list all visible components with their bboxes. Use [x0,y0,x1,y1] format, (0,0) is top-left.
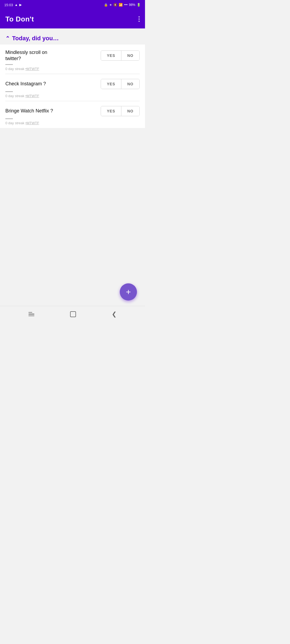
streak-bar [5,118,13,119]
yes-button[interactable]: YES [101,79,121,89]
mute-icon: 🔇 [113,3,117,7]
chevron-up-icon[interactable]: ⌃ [5,35,10,42]
app-bar: To Don't [0,10,145,28]
recents-button[interactable] [28,312,34,316]
app-title: To Don't [5,15,34,23]
more-dot-2 [139,19,140,20]
home-button[interactable] [70,311,76,317]
wifi-icon: 📶 [119,3,123,7]
task-name: Check Instagram ? [5,81,46,87]
streak-info: 0 day streak •MTWTF [5,94,39,98]
task-row: Check Instagram ? YES NO [5,79,140,89]
add-task-button[interactable]: + [120,283,137,301]
streak-schedule: •MTWTF [25,94,39,98]
status-bar: 15:03 ▲ ▶ 🔒 ∗ 🔇 📶 ••• 98% 🔋 [0,0,145,10]
status-bar-right: 🔒 ∗ 🔇 📶 ••• 98% 🔋 [104,3,141,7]
task-name: Mindlessly scroll on twitter? [5,49,59,62]
bluetooth-icon: ∗ [109,3,112,7]
lock-icon: 🔒 [104,3,108,7]
yes-no-group: YES NO [101,50,140,61]
signal-icon: ••• [124,3,128,7]
back-button[interactable]: ❮ [112,311,117,318]
streak-info: 0 day streak •MTWTF [5,67,39,71]
more-dot-3 [139,21,140,22]
photo-icon: ▶ [19,3,22,7]
section-header[interactable]: ⌃ Today, did you… [0,31,145,45]
more-options-button[interactable] [139,16,140,22]
main-content: ⌃ Today, did you… Mindlessly scroll on t… [0,28,145,128]
sim-icon: ▲ [15,3,18,7]
task-list: Mindlessly scroll on twitter? YES NO 0 d… [0,45,145,128]
add-icon: + [126,288,131,296]
task-row: Bringe Watch Netflix ? YES NO [5,106,140,116]
streak-bar [5,91,13,92]
no-button[interactable]: NO [121,51,139,60]
section-title: Today, did you… [12,35,59,42]
yes-button[interactable]: YES [101,106,121,116]
yes-button[interactable]: YES [101,51,121,60]
streak-days: 0 day streak [5,94,24,98]
home-icon [70,311,76,317]
task-name: Bringe Watch Netflix ? [5,108,53,114]
yes-no-group: YES NO [101,79,140,89]
streak-schedule: •MTWTF [25,67,39,71]
streak-bar [5,64,13,65]
streak-schedule: •MTWTF [25,121,39,125]
more-dot-1 [139,16,140,17]
time-display: 15:03 [4,3,13,7]
task-row: Mindlessly scroll on twitter? YES NO [5,49,140,62]
task-item: Check Instagram ? YES NO 0 day streak •M… [5,74,140,101]
task-item: Bringe Watch Netflix ? YES NO 0 day stre… [5,101,140,128]
status-bar-left: 15:03 ▲ ▶ [4,3,22,7]
yes-no-group: YES NO [101,106,140,116]
streak-days: 0 day streak [5,67,24,71]
recents-icon [28,312,34,316]
back-icon: ❮ [112,311,117,318]
streak-days: 0 day streak [5,121,24,125]
battery-percentage: 98% [129,3,135,7]
nav-bar: ❮ [0,306,145,322]
streak-info: 0 day streak •MTWTF [5,121,39,125]
no-button[interactable]: NO [121,106,139,116]
task-item: Mindlessly scroll on twitter? YES NO 0 d… [5,45,140,74]
battery-icon: 🔋 [137,3,141,7]
no-button[interactable]: NO [121,79,139,89]
